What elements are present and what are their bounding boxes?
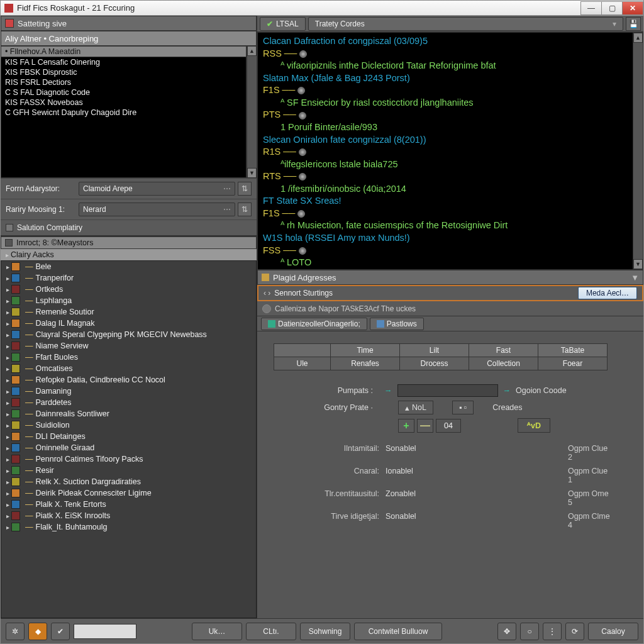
tree-toggle-icon[interactable]: ▸ bbox=[4, 456, 11, 463]
category-list[interactable]: • Fllnehov.A Maeatdin KIS FA L Censafic … bbox=[1, 46, 247, 178]
tab-tratety[interactable]: Tratety Cordes▾ bbox=[308, 17, 623, 31]
tree-toggle-icon[interactable]: ▸ bbox=[4, 331, 11, 338]
tree-body[interactable]: ▸—Bele▸—Tranperifor▸—Ortkeds▸—Lsphlanga▸… bbox=[1, 260, 257, 618]
list-item[interactable]: KIS FASSX Noveboas bbox=[1, 97, 246, 108]
tree-item[interactable]: ▸—Deirik Pideak Connesciter Ligime bbox=[1, 487, 256, 499]
tree-toggle-icon[interactable]: ▸ bbox=[4, 388, 11, 395]
tree-toggle-icon[interactable]: ▸ bbox=[4, 297, 11, 304]
tool-icon-button[interactable]: ✥ bbox=[497, 623, 516, 640]
tree-toggle-icon[interactable]: ▸ bbox=[4, 501, 11, 508]
tree-toggle-icon[interactable]: ▸ bbox=[4, 445, 11, 452]
tree-toggle-icon[interactable]: ▸ bbox=[4, 354, 11, 361]
tree-item[interactable]: ▸—Omcatises bbox=[1, 363, 256, 374]
tree-item[interactable]: ▸—Remenle Soutior bbox=[1, 306, 256, 318]
check-button[interactable]: ✔ bbox=[51, 623, 70, 640]
scroll-down-icon[interactable]: ▼ bbox=[247, 168, 257, 178]
tree-item[interactable]: ▸—Ortkeds bbox=[1, 284, 256, 295]
caaloy-button[interactable]: Caaloy bbox=[588, 623, 638, 640]
tree-item[interactable]: ▸—Resir bbox=[1, 465, 256, 476]
nol-button[interactable]: ▴ NoL bbox=[398, 401, 433, 414]
tree-item[interactable]: ▸—Refopke Datia, Cindbreelio CC Nocol bbox=[1, 374, 256, 386]
scroll-up-icon[interactable]: ▲ bbox=[247, 46, 257, 56]
tree-item[interactable]: ▸—Flalk_It. Buhtamoulg bbox=[1, 521, 256, 533]
uk-button[interactable]: Uk… bbox=[192, 623, 242, 640]
list-item[interactable]: RIS FSRL Dectiors bbox=[1, 77, 246, 87]
grid-tab[interactable]: Fast bbox=[469, 343, 538, 357]
console-scrollbar[interactable]: ▲ ▼ bbox=[633, 33, 643, 269]
grid-tab[interactable]: Time bbox=[330, 343, 400, 357]
chevron-down-icon[interactable]: ▼ bbox=[631, 273, 639, 282]
tree-toggle-icon[interactable]: ▸ bbox=[4, 264, 11, 270]
list-scrollbar[interactable]: ▲ ▼ bbox=[247, 46, 257, 178]
tree-item[interactable]: ▸—Dainnrealis Sontliwer bbox=[1, 408, 256, 419]
tree-toggle-icon[interactable]: ▸ bbox=[4, 524, 11, 531]
list-item[interactable]: XIS FBSK Disprostic bbox=[1, 67, 246, 77]
tree-item[interactable]: ▸—Piatk X. EiSK Inroolts bbox=[1, 510, 256, 521]
plagid-header[interactable]: Plagid Adgresses ▼ bbox=[257, 270, 643, 285]
tree-item[interactable]: ▸—Tranperifor bbox=[1, 272, 256, 284]
tree-toggle-icon[interactable]: ▸ bbox=[4, 399, 11, 406]
tab-datienizer[interactable]: DatienizeollerOinagerlio; bbox=[261, 318, 367, 330]
avd-button[interactable]: ᴬvD bbox=[518, 418, 550, 433]
refresh-icon-button[interactable]: ⟳ bbox=[565, 623, 584, 640]
grid-tab[interactable]: Ule bbox=[274, 357, 331, 370]
contwitel-button[interactable]: Contwitel Bulluow bbox=[354, 623, 442, 640]
scroll-up-icon[interactable]: ▲ bbox=[633, 33, 643, 43]
grid-tab[interactable]: Collection bbox=[469, 357, 538, 370]
tree-root[interactable]: ▸ Clairy Aacks bbox=[1, 249, 257, 260]
tree-item[interactable]: ▸—Niame Serview bbox=[1, 340, 256, 352]
tree-toggle-icon[interactable]: ▸ bbox=[4, 513, 11, 519]
small-toggle[interactable]: ▪ ▫ bbox=[452, 401, 474, 414]
adarystor-select[interactable]: Clamoid Arepe⋯ bbox=[79, 182, 235, 196]
bottom-input[interactable] bbox=[74, 624, 136, 639]
tree-toggle-icon[interactable]: ▸ bbox=[4, 343, 11, 350]
chevron-left-icon[interactable]: ‹ › bbox=[264, 289, 270, 297]
tree-toggle-icon[interactable]: ▸ bbox=[4, 286, 11, 293]
tree-item[interactable]: ▸—Oninnelle Giraad bbox=[1, 442, 256, 453]
fire-icon-button[interactable]: ◆ bbox=[28, 623, 47, 640]
adarystor-expand-button[interactable]: ⇅ bbox=[238, 182, 252, 196]
tree-toggle-icon[interactable]: ▸ bbox=[3, 252, 11, 258]
grid-tab[interactable] bbox=[274, 343, 331, 357]
rariry-select[interactable]: Nerard⋯ bbox=[79, 203, 235, 216]
checkbox-icon[interactable] bbox=[6, 224, 13, 231]
pumpats-input[interactable] bbox=[397, 384, 498, 397]
console-output[interactable]: Clacan Dafraction of congpiszal (03/09)5… bbox=[257, 32, 643, 270]
grid-tab[interactable]: Renafes bbox=[330, 357, 400, 370]
decrement-button[interactable]: — bbox=[417, 419, 433, 433]
tree-toggle-icon[interactable]: ▸ bbox=[4, 422, 11, 429]
rariry-expand-button[interactable]: ⇅ bbox=[238, 203, 252, 216]
tree-item[interactable]: ▸—Plalk X. Tenk Ertorts bbox=[1, 499, 256, 510]
circle-icon-button[interactable]: ○ bbox=[520, 623, 539, 640]
tree-item[interactable]: ▸—Ffart Buoles bbox=[1, 352, 256, 363]
clt-button[interactable]: CLtı. bbox=[246, 623, 296, 640]
tree-toggle-icon[interactable]: ▸ bbox=[4, 275, 11, 282]
tree-item[interactable]: ▸—Pennrol Catimes Tifoory Packs bbox=[1, 453, 256, 465]
tree-toggle-icon[interactable]: ▸ bbox=[4, 377, 11, 384]
close-button[interactable]: ✕ bbox=[622, 1, 643, 15]
tree-toggle-icon[interactable]: ▸ bbox=[4, 320, 11, 327]
meda-aecl-button[interactable]: Meda Aecl… bbox=[578, 287, 637, 299]
tree-item[interactable]: ▸—Lsphlanga bbox=[1, 295, 256, 306]
tree-item[interactable]: ▸—Relk X. Suction Dargradiraties bbox=[1, 476, 256, 487]
tree-toggle-icon[interactable]: ▸ bbox=[4, 433, 11, 440]
tree-toggle-icon[interactable]: ▸ bbox=[4, 479, 11, 486]
tree-item[interactable]: ▸—Bele bbox=[1, 261, 256, 272]
tree-toggle-icon[interactable]: ▸ bbox=[4, 467, 11, 474]
tree-item[interactable]: ▸—Parddetes bbox=[1, 397, 256, 408]
tab-pastlows[interactable]: Pastlows bbox=[370, 318, 424, 330]
tree-toggle-icon[interactable]: ▸ bbox=[4, 309, 11, 316]
tree-item[interactable]: ▸—Damaning bbox=[1, 386, 256, 397]
tab-ltsal[interactable]: ✔LTSAL bbox=[260, 17, 306, 31]
tree-item[interactable]: ▸—DLI Detainges bbox=[1, 431, 256, 442]
tree-toggle-icon[interactable]: ▸ bbox=[4, 365, 11, 372]
list-item[interactable]: C S FAL Diagnotic Code bbox=[1, 87, 246, 97]
grid-tab[interactable]: Drocess bbox=[399, 357, 469, 370]
increment-button[interactable]: + bbox=[398, 419, 414, 433]
grid-tab[interactable]: Lilt bbox=[399, 343, 469, 357]
settings-icon-button[interactable]: ✲ bbox=[6, 623, 25, 640]
save-icon-button[interactable]: 💾 bbox=[626, 17, 641, 31]
maximize-button[interactable]: ▢ bbox=[601, 1, 623, 15]
grid-tab[interactable]: TaBate bbox=[538, 343, 608, 357]
tree-toggle-icon[interactable]: ▸ bbox=[4, 411, 11, 418]
